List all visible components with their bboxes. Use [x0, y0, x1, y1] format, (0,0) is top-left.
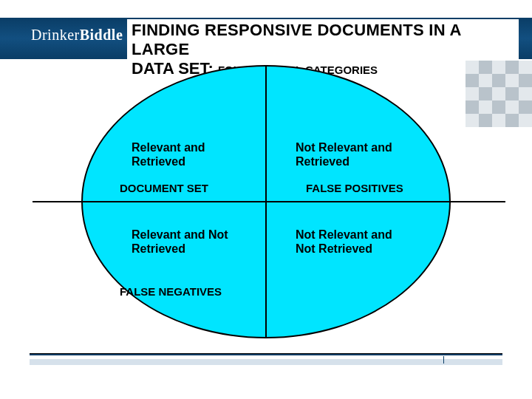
- brand-logo: DrinkerBiddle: [31, 27, 123, 44]
- quadrant-top-right-label: Not Relevant andRetrieved: [296, 140, 392, 168]
- title-line-1: FINDING RESPONSIVE DOCUMENTS IN A LARGE: [132, 21, 514, 59]
- quadrant-bottom-right-label: Not Relevant andNot Retrieved: [296, 228, 414, 256]
- footer-tick: [443, 356, 444, 364]
- quadrant-top-left-label: Relevant andRetrieved: [132, 140, 205, 168]
- brand-part-2: Biddle: [80, 27, 123, 43]
- footer-accent: [30, 359, 502, 365]
- brand-part-1: Drinker: [31, 27, 80, 43]
- slide: DrinkerBiddle FINDING RESPONSIVE DOCUMEN…: [0, 0, 532, 399]
- quadrant-top-right-caption: FALSE POSITIVES: [306, 182, 403, 194]
- checker-decoration: [466, 61, 532, 127]
- horizontal-divider: [33, 201, 505, 202]
- quadrant-bottom-left-caption: FALSE NEGATIVES: [120, 285, 222, 298]
- footer-rule: [30, 353, 502, 355]
- quadrant-top-left-caption: DOCUMENT SET: [120, 182, 208, 194]
- quadrant-bottom-left-label: Relevant and NotRetrieved: [132, 228, 250, 256]
